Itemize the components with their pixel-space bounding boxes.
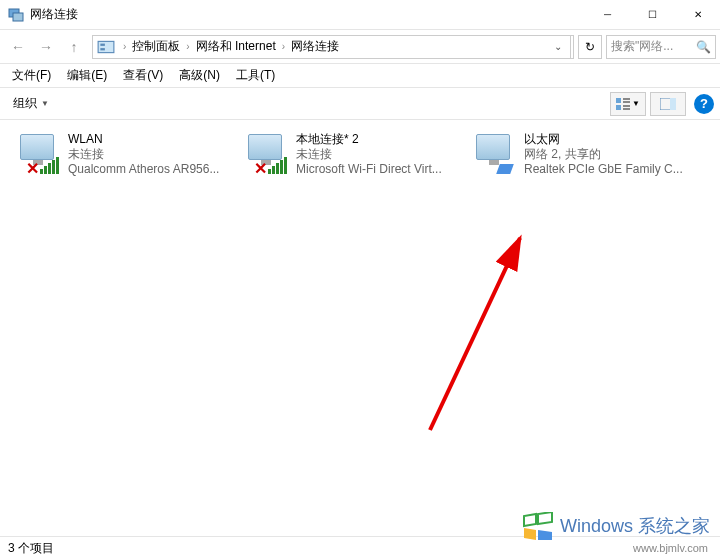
control-panel-icon bbox=[97, 38, 115, 56]
window-title: 网络连接 bbox=[30, 6, 585, 23]
refresh-button[interactable]: ↻ bbox=[578, 35, 602, 59]
connection-name: 以太网 bbox=[524, 132, 684, 147]
content-area: ✕ WLAN 未连接 Qualcomm Atheros AR956... ✕ 本… bbox=[0, 120, 720, 520]
svg-rect-1 bbox=[13, 13, 23, 21]
layout-icon bbox=[616, 98, 630, 110]
disconnected-x-icon: ✕ bbox=[26, 162, 40, 176]
connection-item-ethernet[interactable]: 以太网 网络 2, 共享的 Realtek PCIe GbE Family C.… bbox=[468, 128, 688, 512]
maximize-button[interactable]: ☐ bbox=[630, 0, 675, 30]
chevron-down-icon: ▼ bbox=[632, 99, 640, 108]
item-count: 3 个项目 bbox=[8, 540, 54, 557]
connection-name: 本地连接* 2 bbox=[296, 132, 456, 147]
preview-pane-button[interactable] bbox=[650, 92, 686, 116]
connection-item-local[interactable]: ✕ 本地连接* 2 未连接 Microsoft Wi-Fi Direct Vir… bbox=[240, 128, 460, 512]
svg-rect-8 bbox=[616, 105, 621, 110]
forward-button[interactable]: → bbox=[32, 34, 60, 60]
address-dropdown-button[interactable]: ⌄ bbox=[548, 41, 568, 52]
organize-label: 组织 bbox=[13, 95, 37, 112]
menu-tools[interactable]: 工具(T) bbox=[228, 64, 283, 87]
toolbar: 组织 ▼ ▼ ? bbox=[0, 88, 720, 120]
svg-rect-7 bbox=[623, 101, 630, 103]
svg-rect-4 bbox=[100, 48, 105, 50]
network-connections-icon bbox=[8, 7, 24, 23]
preview-pane-icon bbox=[660, 98, 676, 110]
navbar: ← → ↑ › 控制面板 › 网络和 Internet › 网络连接 ⌄ ↻ 搜… bbox=[0, 30, 720, 64]
menu-file[interactable]: 文件(F) bbox=[4, 64, 59, 87]
connection-adapter: Qualcomm Atheros AR956... bbox=[68, 162, 228, 177]
svg-rect-6 bbox=[623, 98, 630, 100]
connection-status: 网络 2, 共享的 bbox=[524, 147, 684, 162]
titlebar: 网络连接 ─ ☐ ✕ bbox=[0, 0, 720, 30]
organize-button[interactable]: 组织 ▼ bbox=[6, 91, 56, 117]
connection-item-wlan[interactable]: ✕ WLAN 未连接 Qualcomm Atheros AR956... bbox=[12, 128, 232, 512]
breadcrumb-mid[interactable]: 网络和 Internet bbox=[194, 38, 278, 55]
menu-edit[interactable]: 编辑(E) bbox=[59, 64, 115, 87]
chevron-right-icon: › bbox=[282, 41, 285, 52]
connection-adapter: Realtek PCIe GbE Family C... bbox=[524, 162, 684, 177]
chevron-right-icon: › bbox=[123, 41, 126, 52]
menubar: 文件(F) 编辑(E) 查看(V) 高级(N) 工具(T) bbox=[0, 64, 720, 88]
menu-view[interactable]: 查看(V) bbox=[115, 64, 171, 87]
wifi-adapter-icon: ✕ bbox=[16, 132, 64, 174]
wifi-adapter-icon: ✕ bbox=[244, 132, 292, 174]
svg-rect-2 bbox=[98, 41, 114, 52]
svg-rect-10 bbox=[623, 108, 630, 110]
minimize-button[interactable]: ─ bbox=[585, 0, 630, 30]
search-icon: 🔍 bbox=[696, 40, 711, 54]
breadcrumb-root[interactable]: 控制面板 bbox=[130, 38, 182, 55]
breadcrumb[interactable]: › 控制面板 › 网络和 Internet › 网络连接 ⌄ bbox=[92, 35, 574, 59]
disconnected-x-icon: ✕ bbox=[254, 162, 268, 176]
connection-adapter: Microsoft Wi-Fi Direct Virt... bbox=[296, 162, 456, 177]
up-button[interactable]: ↑ bbox=[60, 34, 88, 60]
view-layout-button[interactable]: ▼ bbox=[610, 92, 646, 116]
svg-rect-3 bbox=[100, 43, 105, 45]
help-button[interactable]: ? bbox=[694, 94, 714, 114]
statusbar: 3 个项目 bbox=[0, 536, 720, 560]
close-button[interactable]: ✕ bbox=[675, 0, 720, 30]
search-input[interactable]: 搜索"网络... 🔍 bbox=[606, 35, 716, 59]
menu-advanced[interactable]: 高级(N) bbox=[171, 64, 228, 87]
back-button[interactable]: ← bbox=[4, 34, 32, 60]
svg-rect-12 bbox=[670, 98, 676, 110]
chevron-right-icon: › bbox=[186, 41, 189, 52]
breadcrumb-leaf[interactable]: 网络连接 bbox=[289, 38, 341, 55]
connection-status: 未连接 bbox=[296, 147, 456, 162]
connection-name: WLAN bbox=[68, 132, 228, 147]
chevron-down-icon: ▼ bbox=[41, 99, 49, 108]
svg-rect-5 bbox=[616, 98, 621, 103]
ethernet-adapter-icon bbox=[472, 132, 520, 174]
svg-rect-9 bbox=[623, 105, 630, 107]
search-placeholder: 搜索"网络... bbox=[611, 38, 673, 55]
connection-status: 未连接 bbox=[68, 147, 228, 162]
